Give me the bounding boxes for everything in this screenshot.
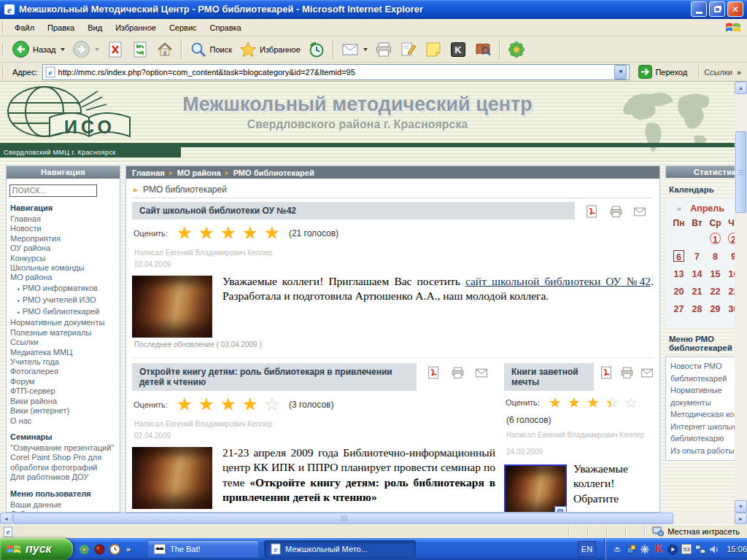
red-app-icon[interactable] (94, 544, 105, 555)
vertical-scrollbar[interactable]: ▲ ▼ (735, 82, 747, 513)
consultant-button[interactable]: K (446, 39, 471, 61)
sidebar-link-home[interactable]: Главная (7, 214, 120, 224)
menu-view[interactable]: Вид (81, 20, 109, 35)
addressbar-grip[interactable] (2, 66, 4, 78)
mail-button[interactable] (338, 39, 371, 60)
print-article-icon[interactable] (609, 205, 622, 218)
sidebar-link-rmo-informatics[interactable]: ▪РМО информатиков (7, 283, 120, 295)
menubar-grip[interactable] (2, 22, 4, 34)
sidebar-link-your-data[interactable]: Ваши данные (7, 500, 120, 510)
sidebar-link-about[interactable]: О нас (7, 416, 120, 426)
star-icon[interactable]: ★ (174, 223, 196, 243)
pdf-icon[interactable] (585, 205, 598, 218)
notes-button[interactable] (421, 39, 446, 61)
sidebar-link-school-teams[interactable]: Школьные команды (7, 263, 120, 273)
taskbar-button-ie[interactable]: e Межшкольный Мето... (264, 540, 416, 558)
pdf-icon[interactable] (427, 366, 440, 379)
sidebar-link-materials[interactable]: Полезные материалы (7, 328, 120, 338)
address-input[interactable] (58, 66, 612, 79)
menu-tools[interactable]: Сервис (163, 20, 204, 35)
article-3-title[interactable]: Книги заветной мечты (504, 363, 594, 391)
toolbar-grip[interactable] (2, 44, 4, 55)
star-icon[interactable]: ★ (217, 223, 239, 243)
player-tray-icon[interactable] (667, 544, 678, 555)
address-dropdown-button[interactable]: ▼ (614, 65, 627, 79)
calendar-prev-icon[interactable]: « (677, 204, 681, 213)
sidebar-link-events[interactable]: Мероприятия (7, 234, 120, 244)
icq-quicklaunch-icon[interactable] (79, 544, 90, 555)
sidebar-link-mediateka[interactable]: Медиатека ММЦ (7, 348, 120, 357)
scroll-up-button[interactable]: ▲ (735, 82, 747, 94)
sidebar-link-forum[interactable]: Форум (7, 377, 120, 386)
edit-button[interactable] (396, 39, 421, 61)
breadcrumb-rmo[interactable]: РМО библиотекарей (233, 168, 314, 177)
sidebar-link-wiki-internet[interactable]: Вики (интернет) (7, 406, 120, 416)
menu-file[interactable]: Файл (8, 20, 41, 35)
zoom-magnifier-icon[interactable] (554, 506, 567, 513)
print-button[interactable] (371, 39, 396, 61)
menu-edit[interactable]: Правка (41, 20, 81, 35)
sidebar-link-news[interactable]: Новости (7, 224, 120, 233)
restore-button[interactable] (709, 1, 725, 17)
research-button[interactable] (471, 39, 495, 61)
star-icon[interactable]: ★ (196, 394, 217, 414)
start-button[interactable]: пуск (0, 538, 73, 560)
links-grip[interactable] (698, 66, 700, 78)
sidebar-link-ou[interactable]: ОУ района (7, 244, 120, 253)
horizontal-scrollbar[interactable]: ◄ ► (0, 513, 747, 524)
back-button[interactable]: Назад (8, 38, 69, 61)
email-article-icon[interactable] (475, 366, 488, 379)
sidebar-link-seminar-2[interactable]: Corel Paint Shop Pro для обработки фотог… (7, 453, 120, 472)
sidebar-link-teacher-of-year[interactable]: Учитель года (7, 357, 120, 367)
star-icon[interactable]: ★ (174, 394, 196, 414)
star-icon[interactable]: ★ (217, 394, 239, 414)
pdf-icon[interactable] (600, 366, 613, 379)
star-icon[interactable]: ★ (239, 394, 261, 414)
library-photo-link[interactable] (504, 464, 567, 513)
sidebar-link-rmo-izo[interactable]: ▪РМО учителей ИЗО (7, 295, 120, 306)
go-button[interactable]: Переход (634, 63, 692, 80)
vertical-scroll-thumb[interactable] (735, 131, 746, 213)
menu-help[interactable]: Справка (204, 20, 248, 35)
stop-button[interactable] (103, 39, 128, 61)
email-article-icon[interactable] (633, 205, 646, 218)
volume-tray-icon[interactable] (709, 544, 719, 555)
star-half-icon[interactable]: ☆★ (603, 394, 622, 411)
star-empty-icon[interactable]: ☆ (261, 394, 283, 414)
kaspersky-tray-icon[interactable]: K (654, 544, 664, 555)
sidebar-link-ftp[interactable]: ФТП-сервер (7, 386, 120, 396)
sidebar-link-wiki-district[interactable]: Вики района (7, 397, 120, 406)
calendar-day-event[interactable]: 1 (709, 233, 721, 250)
refresh-button[interactable] (128, 39, 152, 61)
switcher-tray-icon[interactable] (640, 544, 650, 555)
sidebar-link-links[interactable]: Ссылки (7, 338, 120, 347)
star-icon[interactable]: ★ (546, 394, 565, 411)
sidebar-link-contests[interactable]: Конкурсы (7, 254, 120, 263)
sidebar-link-photogallery[interactable]: Фотогалерея (7, 367, 120, 376)
sidebar-link-mo[interactable]: МО района (7, 273, 120, 282)
sidebar-link-documents[interactable]: Нормативные документы (7, 318, 120, 327)
star-icon[interactable]: ★ (565, 394, 584, 411)
star-icon[interactable]: ★ (196, 223, 217, 243)
numeric-tray-icon[interactable]: 53 (681, 544, 692, 554)
horizontal-scroll-thumb[interactable] (13, 513, 673, 524)
breadcrumb-home[interactable]: Главная (132, 168, 165, 177)
clock-app-icon[interactable] (109, 544, 120, 555)
taskbar-button-thebat[interactable]: The Bat! (147, 540, 259, 558)
language-indicator[interactable]: EN (578, 541, 596, 557)
print-article-icon[interactable] (620, 366, 633, 379)
menu-favorites[interactable]: Избранное (109, 20, 163, 35)
forward-button[interactable] (69, 38, 103, 61)
star-icon[interactable]: ★ (239, 223, 261, 243)
app-tray-icon[interactable] (626, 544, 636, 555)
signal-tray-icon[interactable] (612, 544, 622, 555)
favorites-button[interactable]: Избранное (236, 39, 304, 61)
quicklaunch-overflow-icon[interactable]: » (126, 545, 131, 553)
star-icon[interactable]: ★ (584, 394, 603, 411)
scroll-right-button[interactable]: ► (735, 513, 747, 524)
minimize-button[interactable] (691, 1, 707, 17)
links-bar[interactable]: Ссылки » (704, 68, 747, 77)
star-empty-icon[interactable]: ☆ (622, 394, 640, 411)
network-tray-icon[interactable] (695, 544, 705, 555)
calendar-day-today[interactable]: 6 (673, 250, 685, 268)
